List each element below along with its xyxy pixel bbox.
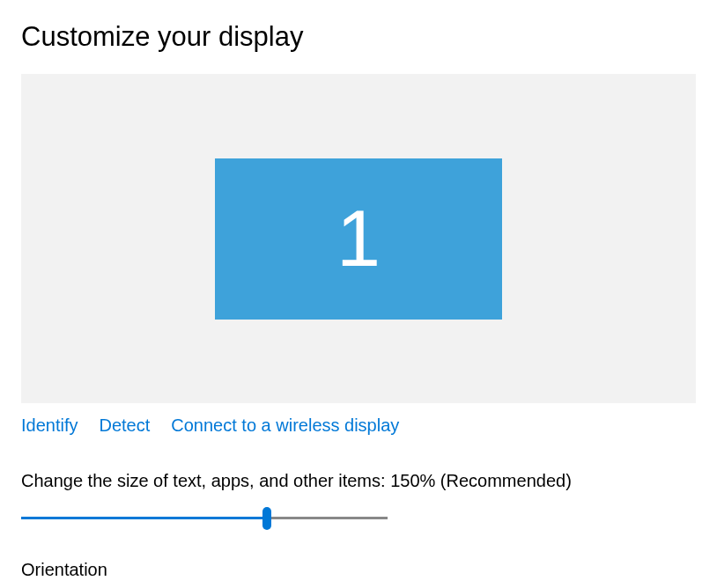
scale-slider[interactable]: [21, 507, 388, 530]
connect-wireless-link[interactable]: Connect to a wireless display: [171, 415, 399, 436]
monitor-tile-1[interactable]: 1: [215, 158, 502, 320]
orientation-label: Orientation: [21, 560, 696, 580]
slider-thumb[interactable]: [262, 507, 271, 530]
display-action-links: Identify Detect Connect to a wireless di…: [21, 415, 696, 436]
slider-fill: [21, 517, 267, 519]
detect-link[interactable]: Detect: [99, 415, 150, 436]
identify-link[interactable]: Identify: [21, 415, 78, 436]
scale-label: Change the size of text, apps, and other…: [21, 471, 696, 491]
page-title: Customize your display: [21, 21, 696, 53]
monitor-number: 1: [336, 194, 381, 284]
display-preview-area: 1: [21, 74, 696, 403]
